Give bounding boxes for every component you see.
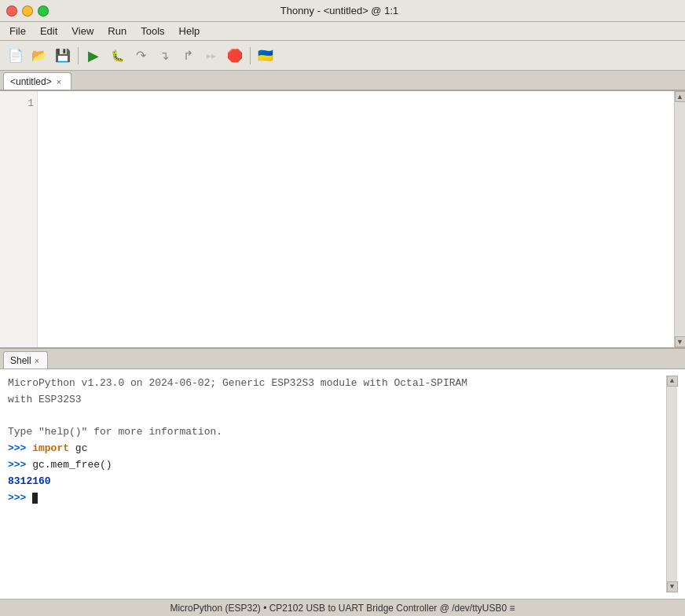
menu-tools[interactable]: Tools	[134, 24, 170, 38]
shell-line-7: >>>	[8, 490, 666, 507]
tab-bar: <untitled> ×	[0, 71, 685, 91]
tab-label: <untitled>	[10, 76, 52, 87]
shell-line-4: >>> import gc	[8, 441, 666, 457]
menu-help[interactable]: Help	[173, 24, 207, 38]
shell-tab[interactable]: Shell ×	[3, 351, 48, 368]
minimize-button[interactable]	[22, 6, 33, 16]
shell-cmd-2: gc.mem_free()	[32, 459, 112, 471]
shell-line-5: >>> gc.mem_free()	[8, 457, 666, 474]
debug-button[interactable]: 🐛	[106, 45, 128, 67]
shell-info-3: Type "help()" for more information.	[8, 426, 222, 438]
toolbar-separator-1	[78, 47, 79, 64]
code-content[interactable]	[38, 91, 674, 347]
toolbar: 📄 📂 💾 ▶ 🐛 ↷ ↴ ↱ ▸▸ 🛑 🇺🇦	[0, 41, 685, 71]
menu-bar: File Edit View Run Tools Help	[0, 22, 685, 41]
shell-line-blank	[8, 409, 666, 425]
step-over-button[interactable]: ↷	[130, 45, 152, 67]
shell-tab-close-button[interactable]: ×	[35, 356, 39, 365]
shell-prompt-1: >>>	[8, 442, 32, 454]
shell-scroll-track[interactable]	[667, 387, 677, 581]
line-numbers: 1	[0, 91, 38, 347]
menu-file[interactable]: File	[3, 24, 32, 38]
close-button[interactable]	[6, 6, 17, 16]
shell-tab-bar: Shell ×	[0, 349, 685, 369]
code-editor: 1 ▲ ▼	[0, 91, 685, 347]
window-controls	[6, 6, 49, 16]
status-bar: MicroPython (ESP32) • CP2102 USB to UART…	[0, 599, 685, 616]
open-button[interactable]: 📂	[28, 45, 50, 67]
shell-scroll-down[interactable]: ▼	[667, 581, 678, 592]
shell-prompt-3: >>>	[8, 492, 32, 504]
shell-text: MicroPython v1.23.0 on 2024-06-02; Gener…	[8, 376, 666, 592]
status-text: MicroPython (ESP32) • CP2102 USB to UART…	[170, 603, 515, 614]
resume-button[interactable]: ▸▸	[200, 45, 222, 67]
run-button[interactable]: ▶	[82, 45, 104, 67]
shell-content[interactable]: MicroPython v1.23.0 on 2024-06-02; Gener…	[0, 369, 685, 599]
title-bar: Thonny - <untitled> @ 1:1	[0, 0, 685, 22]
editor-scrollbar[interactable]: ▲ ▼	[674, 91, 685, 347]
scroll-track[interactable]	[675, 102, 685, 336]
shell-info-1: MicroPython v1.23.0 on 2024-06-02; Gener…	[8, 377, 467, 389]
editor-area: <untitled> × 1 ▲ ▼	[0, 71, 685, 347]
shell-prompt-2: >>>	[8, 459, 32, 471]
tab-close-button[interactable]: ×	[55, 77, 63, 86]
stop-button[interactable]: 🛑	[224, 45, 246, 67]
maximize-button[interactable]	[38, 6, 49, 16]
menu-view[interactable]: View	[65, 24, 100, 38]
shell-line-1: MicroPython v1.23.0 on 2024-06-02; Gener…	[8, 376, 666, 392]
shell-output-1: 8312160	[8, 475, 51, 487]
shell-cmd-1: gc	[69, 442, 87, 454]
shell-line-2: with ESP32S3	[8, 392, 666, 409]
menu-edit[interactable]: Edit	[34, 24, 64, 38]
line-number-1: 1	[3, 96, 34, 112]
ukraine-flag[interactable]: 🇺🇦	[255, 45, 277, 67]
editor-tab-untitled[interactable]: <untitled> ×	[3, 72, 71, 90]
menu-run[interactable]: Run	[101, 24, 133, 38]
step-into-button[interactable]: ↴	[153, 45, 175, 67]
scroll-down-arrow[interactable]: ▼	[675, 336, 686, 347]
shell-scroll-up[interactable]: ▲	[667, 376, 678, 387]
shell-tab-label: Shell	[10, 355, 31, 366]
scroll-up-arrow[interactable]: ▲	[675, 91, 686, 102]
save-button[interactable]: 💾	[52, 45, 74, 67]
shell-info-2: with ESP32S3	[8, 394, 82, 405]
step-out-button[interactable]: ↱	[177, 45, 199, 67]
shell-area: Shell × MicroPython v1.23.0 on 2024-06-0…	[0, 347, 685, 599]
toolbar-separator-2	[250, 47, 251, 64]
shell-line-6: 8312160	[8, 474, 666, 490]
shell-cursor	[32, 493, 38, 504]
title-text: Thonny - <untitled> @ 1:1	[49, 5, 630, 16]
new-button[interactable]: 📄	[5, 45, 27, 67]
shell-scrollbar[interactable]: ▲ ▼	[666, 376, 677, 592]
shell-line-3: Type "help()" for more information.	[8, 424, 666, 441]
shell-keyword-1: import	[32, 442, 69, 454]
